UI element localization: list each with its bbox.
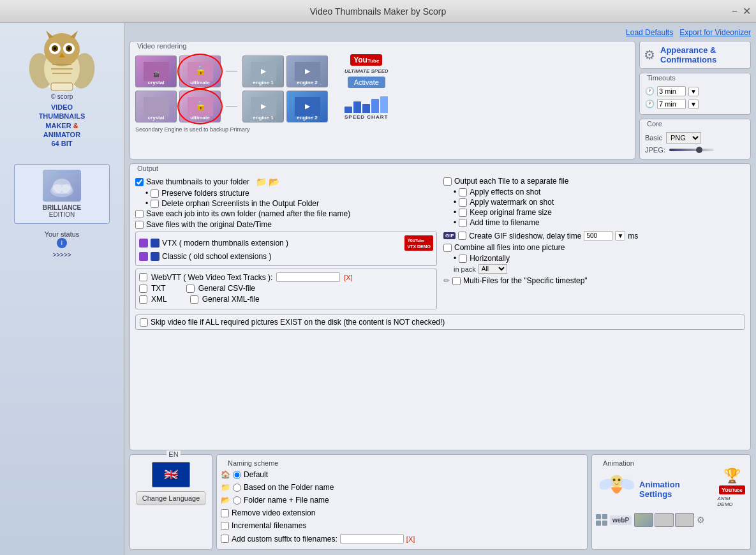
add-time-checkbox[interactable]: [459, 219, 467, 227]
multi-files-checkbox[interactable]: [452, 277, 461, 285]
naming-custom-suffix-x[interactable]: [X]: [406, 535, 415, 543]
animation-settings-label: Animation Settings: [639, 480, 713, 499]
naming-custom-suffix-input[interactable]: [340, 534, 404, 544]
save-job-row: Save each job into its own folder (named…: [135, 209, 437, 218]
timeout-input-2[interactable]: [657, 99, 686, 109]
keep-original-label: Keep original frame size: [470, 208, 552, 217]
jpeg-slider[interactable]: [669, 149, 714, 151]
bar-1: [345, 107, 352, 113]
skip-checkbox[interactable]: [140, 318, 148, 327]
bar-3: [362, 104, 370, 113]
core-format-select[interactable]: PNG JPEG BMP: [666, 132, 701, 144]
in-pack-label: in pack: [454, 265, 476, 273]
engine3-thumb: ▶: [251, 97, 276, 116]
naming-folder-file-radio[interactable]: [233, 496, 241, 505]
engine3-btn[interactable]: ▶ engine 1: [242, 91, 284, 122]
engine-crystal-btn[interactable]: 🎬 crystal: [135, 56, 177, 87]
naming-icon-2: 📁: [221, 483, 230, 492]
general-xml-checkbox[interactable]: [190, 295, 198, 304]
txt-csv-row: TXT General CSV-file: [139, 284, 433, 293]
multi-files-row: ✏ Multi-Files for the "Specific timestep…: [443, 276, 745, 285]
in-pack-select[interactable]: All 2 4 6 8: [478, 264, 507, 274]
save-job-checkbox[interactable]: [135, 210, 144, 218]
svg-rect-45: [596, 521, 601, 526]
engine-crystal2-btn[interactable]: crystal: [135, 91, 177, 122]
xml-checkbox[interactable]: [139, 295, 147, 304]
scorp-label: © scorp: [51, 93, 73, 100]
ultimate-thumb: 🔒: [188, 62, 213, 81]
gif-delay-input[interactable]: [584, 231, 612, 241]
anim-thumb-3[interactable]: [675, 513, 694, 527]
bullet-7: •: [454, 254, 456, 263]
webvtt-checkbox[interactable]: [139, 273, 147, 281]
csv-checkbox[interactable]: [186, 285, 195, 293]
gif-row: GIF Create GIF slideshow, delay time ▼ m…: [443, 231, 745, 241]
in-pack-row: in pack All 2 4 6 8: [454, 264, 745, 274]
info-badge[interactable]: i: [57, 238, 67, 248]
brilliance-label: BRILLIANCE EDITION: [20, 204, 104, 218]
engine-ultimate2-btn[interactable]: 🔒 ultimate: [179, 91, 221, 122]
minimize-button[interactable]: −: [732, 6, 737, 17]
naming-title: Naming scheme: [226, 459, 280, 467]
anim-thumb-2[interactable]: [655, 513, 674, 527]
save-date-checkbox[interactable]: [135, 221, 144, 229]
timeout-dropdown-1[interactable]: ▼: [688, 87, 699, 96]
core-panel: Core Basic PNG JPEG BMP JPEG:: [639, 119, 751, 159]
naming-folder-radio[interactable]: [233, 484, 241, 492]
export-videonizer-button[interactable]: Export for Videonizer: [679, 28, 751, 37]
crystal-thumb: 🎬: [144, 62, 169, 81]
engine4-btn[interactable]: ▶ engine 2: [286, 91, 328, 122]
apply-effects-checkbox[interactable]: [459, 188, 467, 196]
bullet-6: •: [454, 218, 456, 227]
engine-ultimate-btn[interactable]: 🔒 ultimate: [179, 56, 221, 87]
animation-top: Animation Settings 🏆 YouTube ANIM DEMO: [596, 468, 746, 510]
anim-thumb-1[interactable]: [634, 513, 653, 527]
arrows-label: >>>>>: [52, 251, 71, 258]
svg-rect-46: [602, 521, 607, 526]
save-thumbnails-checkbox[interactable]: [135, 178, 144, 186]
naming-incremental-checkbox[interactable]: [221, 522, 229, 530]
activate-button[interactable]: Activate: [348, 77, 385, 88]
delete-orphan-checkbox[interactable]: [151, 200, 159, 208]
engine1-btn[interactable]: ▶ engine 1: [242, 56, 284, 87]
video-rendering-row: Video rendering 🎬 crysta: [130, 41, 751, 159]
ultimate2-thumb: 🔒: [188, 97, 213, 116]
load-defaults-button[interactable]: Load Defaults: [626, 28, 673, 37]
animation-settings-button[interactable]: Animation Settings: [596, 468, 718, 510]
engine2-btn[interactable]: ▶ engine 2: [286, 56, 328, 87]
speed-bars: [345, 94, 388, 113]
apply-watermark-row: • Apply watermark on shot: [454, 198, 745, 207]
naming-default-radio[interactable]: [233, 471, 241, 479]
timeout-dropdown-2[interactable]: ▼: [688, 100, 699, 109]
combine-checkbox[interactable]: [443, 244, 452, 252]
animation-title: Animation: [601, 459, 636, 467]
brilliance-box: BRILLIANCE EDITION: [14, 164, 110, 224]
svg-point-41: [613, 478, 616, 481]
txt-checkbox[interactable]: [139, 285, 147, 293]
youtube-logo-row: YouTube: [350, 54, 382, 66]
webvtt-input[interactable]: [276, 272, 340, 282]
core-jpeg-row: JPEG:: [645, 146, 745, 154]
gif-checkbox[interactable]: [458, 232, 466, 240]
svg-rect-31: [144, 97, 169, 116]
output-right: Output each Tile to a separate file • Ap…: [443, 177, 745, 312]
bar-2: [353, 101, 361, 113]
folder-icon-1: 📁: [256, 177, 267, 187]
naming-custom-suffix-checkbox[interactable]: [221, 535, 229, 543]
keep-original-checkbox[interactable]: [459, 209, 467, 217]
horizontally-checkbox[interactable]: [459, 255, 467, 263]
jpeg-slider-handle[interactable]: [696, 147, 702, 153]
close-button[interactable]: ✕: [743, 5, 751, 17]
classic-label: Classic ( old school extensions ): [162, 252, 271, 261]
apply-watermark-checkbox[interactable]: [459, 198, 467, 207]
change-language-button[interactable]: Change Language: [137, 491, 206, 505]
preserve-folders-checkbox[interactable]: [151, 189, 159, 198]
timeout-input-1[interactable]: [657, 86, 686, 96]
webvtt-x-btn[interactable]: [X]: [344, 274, 352, 281]
appearance-panel[interactable]: ⚙ Appearance & Confirmations: [639, 41, 751, 69]
output-each-tile-checkbox[interactable]: [443, 177, 452, 186]
naming-remove-ext-checkbox[interactable]: [221, 509, 229, 517]
appearance-btn[interactable]: ⚙ Appearance & Confirmations: [640, 41, 750, 68]
gif-delay-dropdown[interactable]: ▼: [615, 231, 625, 241]
clock-icon-1: 🕐: [645, 87, 655, 96]
